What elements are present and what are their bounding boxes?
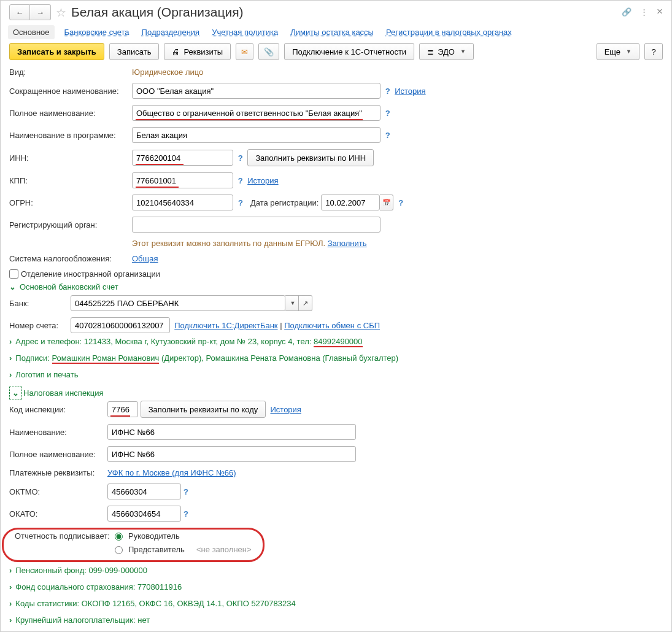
- kpp-history-link[interactable]: История: [247, 176, 278, 185]
- tab-accounting-policy[interactable]: Учетная политика: [212, 28, 278, 37]
- shortname-input[interactable]: [132, 83, 380, 99]
- kind-value: Юридическое лицо: [132, 67, 663, 77]
- help-icon[interactable]: ?: [396, 198, 406, 207]
- favorite-star-icon[interactable]: ☆: [56, 6, 66, 20]
- title-bar: ← → ☆ Белая акация (Организация) 🔗 ⋮ ×: [9, 4, 663, 20]
- more-button[interactable]: Еще▼: [597, 43, 639, 60]
- okato-label: ОКАТО:: [9, 509, 107, 518]
- ogrn-label: ОГРН:: [9, 198, 132, 207]
- kebab-menu-icon[interactable]: ⋮: [640, 7, 648, 17]
- signer-rep-label: Представитель: [128, 545, 185, 554]
- oktmo-input[interactable]: [107, 484, 181, 499]
- history-link[interactable]: История: [395, 87, 425, 96]
- bank-input[interactable]: [71, 295, 285, 311]
- tax-section-head[interactable]: ⌄ Налоговая инспекция: [9, 383, 663, 401]
- chevron-right-icon: ›: [9, 615, 12, 625]
- connect-1c-button[interactable]: Подключение к 1С-Отчетности: [284, 43, 414, 60]
- attach-button[interactable]: 📎: [258, 43, 279, 60]
- tab-cash-limits[interactable]: Лимиты остатка кассы: [290, 28, 374, 37]
- sbp-link[interactable]: Подключить обмен с СБП: [284, 321, 380, 330]
- chevron-down-icon: ▼: [460, 48, 466, 55]
- save-close-button[interactable]: Записать и закрыть: [9, 43, 104, 60]
- oktmo-label: ОКТМО:: [9, 487, 107, 496]
- pension-section[interactable]: ›Пенсионный фонд: 099-099-000000: [9, 562, 663, 579]
- nav-back-button[interactable]: ←: [9, 4, 30, 20]
- calendar-button[interactable]: 📅: [380, 195, 393, 210]
- help-icon[interactable]: ?: [236, 153, 245, 163]
- progname-input[interactable]: [132, 127, 380, 143]
- requisites-button[interactable]: 🖨Реквизиты: [164, 43, 231, 60]
- chevron-down-icon: ⌄: [9, 282, 16, 291]
- link-icon[interactable]: 🔗: [622, 7, 631, 17]
- signatures-section[interactable]: › Подписи: Ромашкин Роман Романович (Дир…: [9, 350, 663, 366]
- chevron-down-icon: ▼: [290, 300, 296, 306]
- large-taxpayer-section[interactable]: ›Крупнейший налогоплательщик: нет: [9, 612, 663, 628]
- okato-input[interactable]: [107, 506, 181, 522]
- close-icon[interactable]: ×: [657, 6, 663, 18]
- ogrn-input[interactable]: [132, 195, 233, 210]
- chevron-down-icon: ▼: [626, 48, 631, 55]
- regdate-input[interactable]: [321, 195, 380, 210]
- signer-label: Отчетность подписывает:: [15, 531, 112, 541]
- nav-tabs: Основное Банковские счета Подразделения …: [9, 24, 663, 43]
- chevron-right-icon: ›: [9, 566, 12, 575]
- kind-label: Вид:: [9, 67, 132, 77]
- directbank-link[interactable]: Подключить 1С:ДиректБанк: [174, 321, 277, 330]
- chevron-down-icon: ⌄: [12, 388, 19, 398]
- window-title: Белая акация (Организация): [71, 5, 244, 20]
- bank-section-head[interactable]: ⌄ Основной банковский счет: [9, 279, 663, 295]
- logo-section[interactable]: › Логотип и печать: [9, 366, 663, 383]
- fullname-label: Полное наименование:: [9, 109, 132, 118]
- envelope-icon: ✉: [241, 47, 248, 56]
- toolbar: Записать и закрыть Записать 🖨Реквизиты ✉…: [9, 43, 663, 60]
- regorg-input[interactable]: [132, 217, 380, 233]
- tab-tax-registrations[interactable]: Регистрации в налоговых органах: [386, 28, 512, 37]
- help-icon[interactable]: ?: [236, 176, 245, 185]
- egrul-hint: Этот реквизит можно заполнить по данным …: [132, 239, 663, 248]
- tab-bank[interactable]: Банковские счета: [64, 28, 129, 37]
- taxsys-label: Система налогообложения:: [9, 254, 132, 263]
- signer-rep-radio[interactable]: [115, 546, 123, 554]
- help-icon[interactable]: ?: [383, 131, 393, 140]
- help-icon[interactable]: ?: [383, 109, 393, 118]
- shortname-label: Сокращенное наименование:: [9, 87, 132, 96]
- fill-by-inn-button[interactable]: Заполнить реквизиты по ИНН: [247, 149, 374, 166]
- calendar-icon: 📅: [382, 199, 391, 207]
- help-icon[interactable]: ?: [181, 509, 191, 518]
- accnum-label: Номер счета:: [9, 321, 71, 330]
- progname-label: Наименование в программе:: [9, 131, 132, 140]
- edo-icon: ≣: [427, 47, 434, 56]
- dropdown-button[interactable]: ▼: [285, 295, 299, 311]
- stat-codes-section[interactable]: ›Коды статистики: ОКОПФ 12165, ОКФС 16, …: [9, 595, 663, 612]
- help-icon[interactable]: ?: [383, 87, 393, 96]
- accnum-input[interactable]: [71, 317, 170, 333]
- signer-callout: Отчетность подписывает: Руководитель Пре…: [2, 528, 265, 562]
- regorg-label: Регистрирующий орган:: [9, 220, 132, 229]
- paperclip-icon: 📎: [264, 47, 274, 56]
- fill-by-code-button[interactable]: Заполнить реквизиты по коду: [141, 401, 266, 418]
- open-button[interactable]: ↗: [299, 295, 312, 311]
- signer-head-radio[interactable]: [115, 533, 123, 541]
- foreign-branch-label: Отделение иностранной организации: [21, 269, 160, 279]
- taxfull-input[interactable]: [107, 446, 356, 462]
- mail-button[interactable]: ✉: [236, 43, 253, 60]
- fill-egrul-link[interactable]: Заполнить: [328, 239, 367, 248]
- tab-departments[interactable]: Подразделения: [142, 28, 200, 37]
- tab-main[interactable]: Основное: [8, 25, 55, 39]
- nav-forward-button[interactable]: →: [30, 4, 51, 20]
- edo-button[interactable]: ≣ЭДО▼: [419, 43, 474, 60]
- foreign-branch-checkbox[interactable]: [9, 269, 18, 279]
- printer-icon: 🖨: [172, 47, 180, 56]
- help-icon[interactable]: ?: [236, 198, 245, 207]
- fss-section[interactable]: ›Фонд социального страхования: 770801191…: [9, 579, 663, 595]
- address-section[interactable]: › Адрес и телефон: 121433, Москва г, Кут…: [9, 333, 663, 350]
- help-button[interactable]: ?: [644, 43, 663, 60]
- help-icon[interactable]: ?: [181, 487, 191, 496]
- kpp-label: КПП:: [9, 176, 132, 185]
- save-button[interactable]: Записать: [109, 43, 160, 60]
- taxname-input[interactable]: [107, 424, 356, 440]
- taxsys-link[interactable]: Общая: [132, 254, 158, 263]
- taxcode-history-link[interactable]: История: [270, 405, 301, 414]
- payreq-link[interactable]: УФК по г. Москве (для ИФНС №66): [107, 468, 236, 477]
- taxfull-label: Полное наименование:: [9, 450, 107, 459]
